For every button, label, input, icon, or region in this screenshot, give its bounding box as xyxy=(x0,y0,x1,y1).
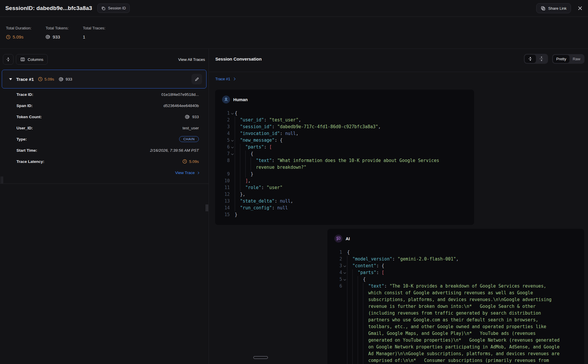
pretty-raw-toggle: Pretty Raw xyxy=(552,54,584,64)
person-icon xyxy=(224,97,228,102)
expand-all-messages-button[interactable] xyxy=(536,55,547,63)
expand-triangle-icon[interactable] xyxy=(9,78,12,80)
code-text: { xyxy=(363,276,366,283)
fold-spacer xyxy=(230,211,235,218)
line-number: 1 xyxy=(334,249,342,256)
pretty-tab[interactable]: Pretty xyxy=(553,55,569,63)
fold-spacer xyxy=(230,178,235,184)
indent-guide xyxy=(240,171,245,178)
fold-chevron-icon[interactable] xyxy=(342,269,347,276)
tokens-icon xyxy=(46,34,51,39)
fold-spacer xyxy=(230,123,235,130)
share-link-button[interactable]: Share Link xyxy=(536,3,571,13)
session-id-badge-button[interactable]: Session ID xyxy=(97,4,129,13)
close-icon[interactable] xyxy=(577,6,583,11)
fold-chevron-icon[interactable] xyxy=(230,137,235,144)
columns-label: Columns xyxy=(28,57,43,62)
fold-spacer xyxy=(342,283,347,364)
json-code-block: 1{2"user_id": "test_user",3"session_id":… xyxy=(222,110,467,218)
indent-guide xyxy=(347,256,352,263)
columns-icon xyxy=(20,57,25,62)
line-number: 15 xyxy=(222,211,230,218)
line-number: 2 xyxy=(222,117,230,123)
stat-value: 5.09s xyxy=(13,34,24,39)
fold-spacer xyxy=(230,130,235,137)
tokens-icon xyxy=(185,114,190,119)
fold-spacer xyxy=(230,117,235,123)
fold-chevron-icon[interactable] xyxy=(230,151,235,157)
session-id-badge-label: Session ID xyxy=(108,6,126,10)
divider xyxy=(209,72,588,72)
indent-guide xyxy=(240,157,245,171)
detail-row-user-id: User_ID: test_user xyxy=(2,122,206,133)
fold-chevron-icon[interactable] xyxy=(342,276,347,283)
indent-guide xyxy=(235,205,240,211)
clock-icon xyxy=(38,77,43,81)
trace-row-header[interactable]: Trace #1 5.09s 933 xyxy=(2,70,206,89)
code-line: 12}, xyxy=(222,191,467,198)
collapse-all-button[interactable] xyxy=(3,54,14,65)
indent-guide xyxy=(235,130,240,137)
detail-row-start-time: Start Time: 2/16/2026, 7:39:56 AM PST xyxy=(2,145,206,156)
pencil-icon xyxy=(195,77,199,81)
indent-guide xyxy=(235,178,240,184)
code-text: "session_id": "dabedb9e-717c-4fd1-86d0-c… xyxy=(240,123,381,130)
clock-icon xyxy=(182,159,187,164)
fold-chevron-icon[interactable] xyxy=(342,263,347,269)
panel-resize-handle[interactable] xyxy=(206,204,208,211)
raw-tab[interactable]: Raw xyxy=(569,55,584,63)
collapse-vertical-icon xyxy=(528,56,533,61)
detail-row-type: Type: CHAIN xyxy=(2,133,206,145)
indent-guide xyxy=(235,171,240,178)
indent-guide xyxy=(235,151,240,157)
code-text: "parts": [ xyxy=(358,269,384,276)
code-text: { xyxy=(347,249,350,256)
indent-guide xyxy=(363,283,368,364)
indent-guide xyxy=(358,283,363,364)
code-line: 13"state_delta": null, xyxy=(222,198,467,205)
indent-guide xyxy=(240,184,245,191)
indent-guide xyxy=(235,184,240,191)
stat-value: 1 xyxy=(83,34,85,39)
message-role-label: Human xyxy=(233,97,248,102)
session-title: SessionID: dabedb9e...bfc3a8a3 xyxy=(5,5,92,11)
line-number: 4 xyxy=(334,269,342,276)
columns-button[interactable]: Columns xyxy=(16,54,48,65)
indent-guide xyxy=(352,283,358,364)
detail-row-trace-id: Trace ID: 01e18f4e07e9518d... xyxy=(2,89,206,100)
view-all-traces-link[interactable]: View All Traces xyxy=(178,57,205,62)
code-line: 10], xyxy=(222,178,467,184)
view-trace-link[interactable]: View Trace xyxy=(175,171,199,175)
code-text: }, xyxy=(240,191,245,198)
code-text: "text": "The 10-K provides a breakdown o… xyxy=(368,283,561,364)
breadcrumb-trace-link[interactable]: Trace #1 xyxy=(215,77,230,81)
code-line: 15} xyxy=(222,211,467,218)
code-line: 5{ xyxy=(334,276,577,283)
breadcrumb[interactable]: Trace #1 xyxy=(215,77,235,81)
trace-details: Trace ID: 01e18f4e07e9518d... Span ID: d… xyxy=(2,89,206,175)
horizontal-scroll-handle[interactable] xyxy=(253,356,268,359)
indent-guide xyxy=(235,123,240,130)
line-number: 12 xyxy=(222,191,230,198)
stat-total-traces: Total Traces: 1 xyxy=(83,26,106,39)
line-number: 7 xyxy=(222,151,230,157)
expand-vertical-icon xyxy=(539,56,544,61)
indent-guide xyxy=(240,144,245,151)
code-text: "parts": [ xyxy=(245,144,272,151)
scrollbar-handle[interactable] xyxy=(1,176,3,183)
fold-spacer xyxy=(342,249,347,256)
code-text: "text": "What information does the 10-K … xyxy=(256,157,450,171)
line-number: 1 xyxy=(222,110,230,117)
copy-icon xyxy=(101,6,106,11)
indent-guide xyxy=(347,263,352,269)
edit-trace-button[interactable] xyxy=(191,74,202,84)
fold-chevron-icon[interactable] xyxy=(230,144,235,151)
collapse-vertical-icon xyxy=(6,57,11,62)
line-number: 9 xyxy=(222,171,230,178)
message-role-label: AI xyxy=(346,236,350,241)
fold-spacer xyxy=(230,205,235,211)
code-text: "invocation_id": null, xyxy=(240,130,299,137)
fold-chevron-icon[interactable] xyxy=(230,110,235,117)
collapse-all-messages-button[interactable] xyxy=(525,55,536,63)
indent-guide xyxy=(251,157,256,171)
